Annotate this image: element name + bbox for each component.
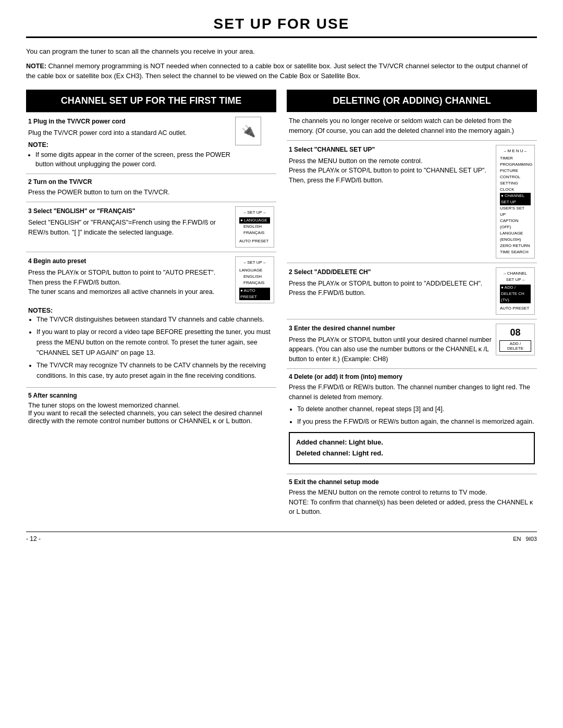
right-step-4-note-1: To delete another channel, repeat steps … xyxy=(297,404,535,414)
right-step-5-title: 5 Exit the channel setup mode xyxy=(289,478,535,486)
footer-page: - 12 - xyxy=(26,535,41,542)
step-4-title: 4 Begin auto preset xyxy=(28,256,231,266)
step-1-note-body: If some digits appear in the corner of t… xyxy=(35,150,231,170)
footer-right: EN 9I03 xyxy=(513,536,537,542)
deleted-label: Deleted channel: Light red. xyxy=(296,448,528,459)
step-3-body: Select "ENGLISH" or "FRANÇAIS"=French us… xyxy=(28,218,231,238)
step-5-title: 5 After scanning xyxy=(28,392,274,399)
two-column-layout: CHANNEL SET UP FOR THE FIRST TIME 1 Plug… xyxy=(26,90,537,521)
right-step-4-note-2: If you press the F.FWD/ß or REW/s button… xyxy=(297,416,535,427)
right-step-2-body: Press the PLAY/κ or STOP/L button to poi… xyxy=(289,279,492,299)
right-step-1: 1 Select "CHANNEL SET UP" Press the MENU… xyxy=(287,140,537,263)
added-label: Added channel: Light blue. xyxy=(296,437,528,448)
right-step-2-title: 2 Select "ADD/DELETE CH" xyxy=(289,267,492,277)
step-1-num: 1 xyxy=(28,118,33,125)
step-3-title: 3 Select "ENGLISH" or "FRANÇAIS" xyxy=(28,206,231,216)
step-4-body: Press the PLAY/κ or STOP/L button to poi… xyxy=(28,268,231,297)
step-1-title: 1 Plug in the TV/VCR power cord xyxy=(28,117,231,126)
left-section-header: CHANNEL SET UP FOR THE FIRST TIME xyxy=(26,90,276,112)
added-deleted-box: Added channel: Light blue. Deleted chann… xyxy=(289,432,535,464)
step-4-notes: The TV/VCR distinguishes between standar… xyxy=(28,314,274,381)
step-4-notes-label: NOTES: xyxy=(28,307,53,314)
footer-lang: EN xyxy=(513,536,521,542)
note-label: NOTE: xyxy=(26,63,46,70)
step-1-note: NOTE: If some digits appear in the corne… xyxy=(28,140,231,169)
step-5-body: The tuner stops on the lowest memorized … xyxy=(28,401,274,425)
step-4-note-1: The TV/VCR distinguishes between standar… xyxy=(36,314,274,325)
right-step-2: 2 Select "ADD/DELETE CH" Press the PLAY/… xyxy=(287,263,537,319)
right-step-4-body: Press the F.FWD/ß or REW/s button. The c… xyxy=(289,382,535,402)
footer-code: 9I03 xyxy=(526,536,537,542)
right-step-4-notes: To delete another channel, repeat steps … xyxy=(289,404,535,427)
left-step-5: 5 After scanning The tuner stops on the … xyxy=(26,387,276,429)
footer: - 12 - EN 9I03 xyxy=(26,532,537,542)
menu-channel-icon: – M E N U – TIMER PROGRAMMING PICTURE CO… xyxy=(496,145,535,258)
right-step-5-body: Press the MENU button on the remote cont… xyxy=(289,488,535,517)
step-1-body: Plug the TV/VCR power cord into a standa… xyxy=(28,128,231,138)
intro-note: NOTE: Channel memory programming is NOT … xyxy=(26,61,537,81)
right-step-1-title: 1 Select "CHANNEL SET UP" xyxy=(289,145,492,154)
note-body: Channel memory programming is NOT needed… xyxy=(26,62,528,80)
right-step-3: 3 Enter the desired channel number Press… xyxy=(287,319,537,368)
right-step-3-body: Press the PLAY/κ or STOP/L button until … xyxy=(289,335,492,364)
right-step-5: 5 Exit the channel setup mode Press the … xyxy=(287,474,537,521)
left-step-1: 1 Plug in the TV/VCR power cord Plug the… xyxy=(26,112,276,174)
auto-preset-icon: – SET UP – LANGUAGE ENGLISH FRANÇAIS ● A… xyxy=(235,256,274,303)
page-title: SET UP FOR USE xyxy=(26,16,537,38)
power-cord-icon: 🔌 xyxy=(235,117,274,145)
right-column: DELETING (OR ADDING) CHANNEL The channel… xyxy=(287,90,537,521)
left-step-2: 2 Turn on the TV/VCR Press the POWER but… xyxy=(26,174,276,202)
left-step-4: 4 Begin auto preset Press the PLAY/κ or … xyxy=(26,252,276,387)
right-step-1-body: Press the MENU button on the remote cont… xyxy=(289,156,492,186)
left-step-3: 3 Select "ENGLISH" or "FRANÇAIS" Select … xyxy=(26,202,276,252)
step-4-note-3: The TV/VCR may recognize TV channels to … xyxy=(36,360,274,381)
step-4-note-2: If you want to play or record a video ta… xyxy=(36,327,274,358)
right-intro: The channels you no longer receive or se… xyxy=(289,116,535,136)
step-2-body: Press the POWER button to turn on the TV… xyxy=(28,188,274,198)
right-section-header: DELETING (OR ADDING) CHANNEL xyxy=(287,90,537,112)
left-column: CHANNEL SET UP FOR THE FIRST TIME 1 Plug… xyxy=(26,90,276,429)
step-2-title: 2 Turn on the TV/VCR xyxy=(28,178,274,186)
right-step-3-title: 3 Enter the desired channel number xyxy=(289,324,492,333)
intro-text: You can program the tuner to scan all th… xyxy=(26,46,537,57)
add-delete-ch-icon: – CHANNEL SET UP – ● ADD / DELETE CH (TV… xyxy=(496,267,535,315)
language-select-icon: – SET UP – ● LANGUAGE ENGLISH FRANÇAIS A… xyxy=(235,206,274,248)
channel-number-icon: 08 ADD / DELETE xyxy=(496,324,535,355)
right-step-4-title: 4 Delete (or add) it from (into) memory xyxy=(289,373,535,380)
right-step-4: 4 Delete (or add) it from (into) memory … xyxy=(287,368,537,474)
